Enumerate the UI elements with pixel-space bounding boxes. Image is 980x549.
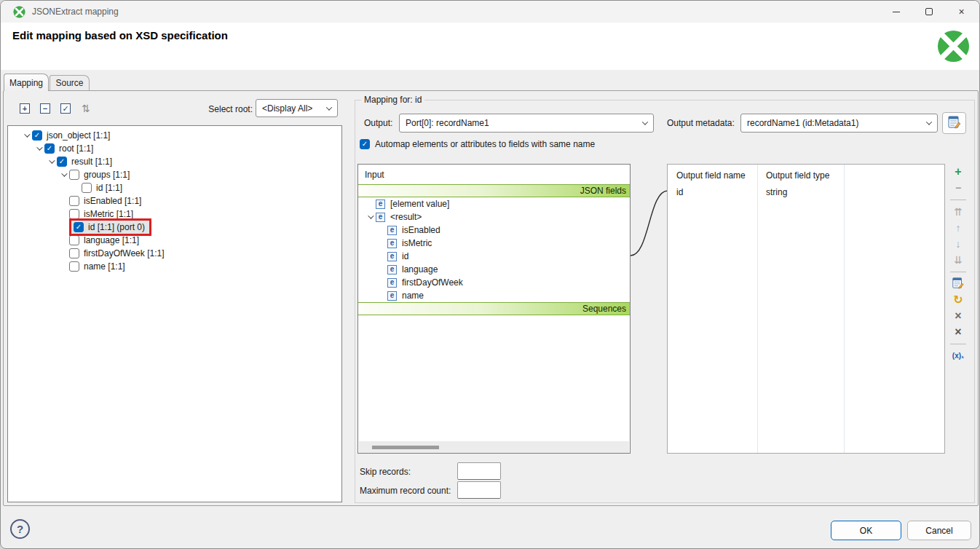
output-label: Output: [364, 118, 392, 128]
tree-item[interactable]: language [1:1] [8, 234, 341, 247]
tree-item-checkbox[interactable] [69, 209, 79, 219]
input-field-item[interactable]: efirstDayOfWeek [358, 276, 630, 289]
input-field-item[interactable]: e<result> [358, 210, 630, 224]
remove-field-button[interactable]: − [949, 181, 967, 195]
input-field-label: [element value] [390, 199, 449, 209]
move-down-button[interactable]: ↓ [949, 237, 967, 251]
cancel-button[interactable]: Cancel [907, 521, 971, 540]
expand-all-button[interactable]: + [17, 101, 32, 116]
check-all-button[interactable]: ✓ [58, 101, 73, 116]
horizontal-scrollbar[interactable] [359, 441, 629, 453]
select-root-dropdown[interactable]: <Display All> [256, 99, 338, 117]
edit-record-button[interactable] [949, 277, 967, 291]
cancel-all-mappings-button[interactable]: × [949, 325, 967, 339]
chevron-down-icon[interactable] [49, 157, 55, 163]
close-button[interactable]: × [945, 1, 978, 23]
output-dropdown[interactable]: Port[0]: recordName1 [399, 114, 654, 133]
collapse-all-button[interactable]: − [38, 101, 52, 116]
move-up-button[interactable]: ↑ [949, 221, 967, 235]
input-field-item[interactable]: ename [358, 289, 630, 302]
tree-order-button[interactable]: ⇅ [79, 101, 93, 116]
ok-button[interactable]: OK [831, 521, 901, 540]
tree-item-checkbox[interactable] [69, 248, 79, 258]
chevron-down-icon[interactable] [24, 131, 30, 137]
xsd-tree[interactable]: ✓json_object [1:1]✓root [1:1]✓result [1:… [7, 125, 342, 502]
tree-item-checkbox[interactable] [69, 196, 79, 206]
json-fields-section-bar: JSON fields [358, 184, 630, 197]
maximize-button[interactable] [912, 1, 945, 23]
skip-records-input[interactable] [457, 462, 501, 480]
output-table-header: Output field name Output field type [668, 165, 944, 185]
wildcard-mapping-button[interactable]: (x)₁ [949, 349, 967, 363]
tree-item[interactable]: isEnabled [1:1] [8, 194, 341, 208]
input-field-label: firstDayOfWeek [402, 277, 463, 288]
mapping-group-title: Mapping for: id [361, 95, 424, 105]
window-title: JSONExtract mapping [32, 7, 119, 17]
cancel-mapping-icon: × [955, 310, 961, 322]
tree-item-label: id [1:1] [96, 183, 122, 193]
tree-item[interactable]: groups [1:1] [8, 168, 341, 181]
add-field-button[interactable]: + [949, 165, 967, 179]
input-field-item[interactable]: eisMetric [358, 237, 630, 250]
element-icon: e [376, 213, 385, 222]
tree-item-label: groups [1:1] [84, 170, 130, 180]
output-fields-table[interactable]: Output field name Output field type idst… [667, 164, 945, 454]
tree-item[interactable]: ✓root [1:1] [8, 142, 341, 155]
tree-item[interactable]: name [1:1] [8, 260, 341, 273]
input-field-item[interactable]: eid [358, 250, 630, 263]
element-icon: e [376, 200, 385, 209]
output-metadata-dropdown[interactable]: recordName1 (id:Metadata1) [740, 114, 938, 133]
tree-item-checkbox[interactable] [69, 235, 79, 245]
remove-field-icon: − [955, 183, 961, 193]
tree-item-checkbox[interactable] [69, 261, 79, 272]
move-bottom-button[interactable]: ⇊ [949, 253, 967, 267]
close-icon: × [958, 6, 964, 17]
max-record-count-input[interactable] [457, 481, 501, 499]
tree-item[interactable]: ✓id [1:1] (port 0) [8, 221, 341, 234]
input-field-label: <result> [390, 212, 422, 222]
minimize-icon [893, 12, 900, 12]
minimize-button[interactable] [880, 1, 912, 23]
automap-label: Automap elements or attributes to fields… [375, 139, 595, 149]
add-field-icon: + [955, 166, 961, 178]
chevron-down-icon[interactable] [61, 170, 67, 176]
sequences-section-bar: Sequences [358, 302, 630, 315]
output-metadata-label: Output metadata: [667, 118, 735, 128]
tree-item-checkbox[interactable]: ✓ [74, 222, 84, 232]
scrollbar-thumb[interactable] [372, 446, 439, 449]
move-top-button[interactable]: ⇈ [949, 205, 967, 219]
input-field-item[interactable]: e[element value] [358, 197, 630, 210]
automap-checkbox[interactable]: ✓ [360, 139, 370, 149]
automap-button[interactable]: ↻ [949, 293, 967, 307]
element-icon: e [387, 265, 397, 274]
chevron-down-icon[interactable] [36, 144, 42, 150]
tree-item-checkbox[interactable] [69, 170, 79, 180]
chevron-down-icon[interactable] [368, 213, 374, 218]
tree-item-label: json_object [1:1] [47, 130, 110, 141]
tree-item-checkbox[interactable]: ✓ [32, 130, 42, 141]
help-button[interactable]: ? [10, 519, 30, 539]
tree-item[interactable]: ✓json_object [1:1] [8, 129, 341, 142]
output-metadata-value: recordName1 (id:Metadata1) [747, 118, 858, 128]
mapping-tab-content: +−✓⇅ Select root: <Display All> ✓json_ob… [3, 90, 979, 506]
input-panel: Input JSON fields e[element value]e<resu… [357, 164, 631, 454]
tree-item[interactable]: ✓result [1:1] [8, 155, 341, 168]
tab-mapping[interactable]: Mapping [4, 74, 49, 91]
tree-item[interactable]: firstDayOfWeek [1:1] [8, 247, 341, 260]
tree-item-checkbox[interactable]: ✓ [57, 157, 67, 167]
tree-item-checkbox[interactable]: ✓ [44, 143, 55, 154]
input-field-item[interactable]: elanguage [358, 263, 630, 276]
element-icon: e [387, 239, 397, 248]
tree-item[interactable]: isMetric [1:1] [8, 208, 341, 221]
skip-records-label: Skip records: [360, 467, 411, 477]
tree-item-checkbox[interactable] [82, 183, 92, 193]
toolbar-separator [950, 272, 966, 272]
tree-item[interactable]: id [1:1] [8, 181, 341, 194]
input-field-item[interactable]: eisEnabled [358, 224, 630, 237]
cancel-mapping-button[interactable]: × [949, 309, 967, 323]
edit-metadata-button[interactable] [942, 112, 966, 134]
element-icon: e [387, 278, 397, 288]
tab-source[interactable]: Source [50, 75, 90, 90]
input-tree[interactable]: e[element value]e<result>eisEnabledeisMe… [358, 197, 630, 302]
output-field-row[interactable]: idstring [668, 185, 944, 200]
